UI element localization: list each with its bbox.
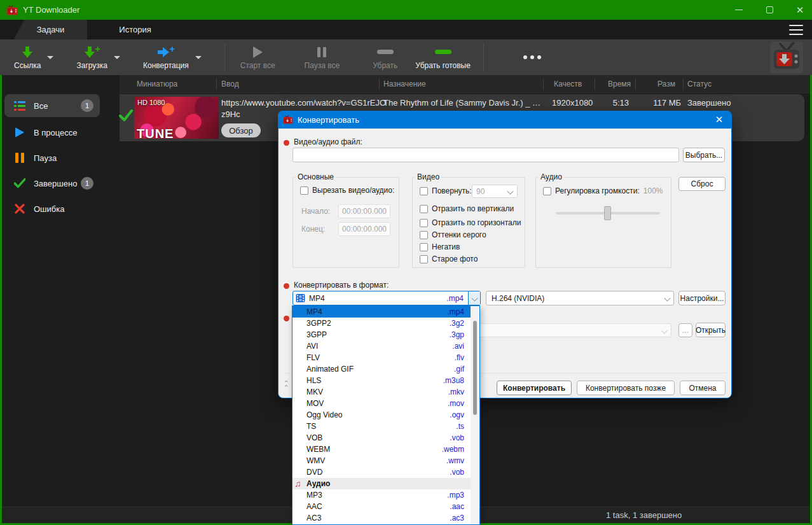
- open-folder-button[interactable]: Открыть: [696, 323, 726, 337]
- sidebar-item-all[interactable]: Все 1: [4, 94, 100, 117]
- column-status[interactable]: Статус: [687, 80, 712, 88]
- cancel-button[interactable]: Отмена: [680, 381, 726, 395]
- convert-confirm-button[interactable]: Конвертировать: [497, 381, 572, 395]
- checkbox-icon: [420, 231, 428, 239]
- convert-dropdown-icon[interactable]: [195, 56, 202, 59]
- column-thumbnail[interactable]: Миниатюра: [137, 80, 177, 88]
- sidebar-item-error[interactable]: Ошибка: [4, 197, 100, 220]
- start-label: Начало:: [301, 207, 330, 216]
- old-photo-checkbox[interactable]: Старое фото: [420, 255, 478, 263]
- maximize-button[interactable]: [762, 3, 776, 17]
- flip-horizontal-checkbox[interactable]: Отразить по горизонтали: [420, 218, 521, 227]
- download-plus-icon: +: [83, 45, 100, 59]
- tab-tasks[interactable]: Задачи: [14, 20, 87, 39]
- end-time-input[interactable]: 00:00:00.000: [338, 222, 390, 236]
- link-dropdown-icon[interactable]: [47, 56, 53, 59]
- column-size[interactable]: Разм: [657, 80, 675, 88]
- format-option[interactable]: AVI.avi: [292, 340, 479, 352]
- sidebar-item-in-progress[interactable]: В процессе: [4, 121, 100, 144]
- format-option[interactable]: AAC.aac: [292, 501, 479, 512]
- collapse-dialog-icon[interactable]: ⌃⌃: [281, 381, 291, 390]
- remove-button[interactable]: Убрать: [369, 41, 401, 74]
- checkbox-icon: [420, 187, 428, 195]
- destination-cell: The Rhythm of Life (Sammy Davis Jr.) _ S…: [383, 98, 542, 108]
- format-option[interactable]: Animated GIF.gif: [292, 363, 479, 375]
- time-cell: 5:13: [590, 98, 629, 108]
- volume-checkbox[interactable]: Регулировка громкости: 100%: [543, 186, 663, 195]
- reset-button[interactable]: Сброс: [678, 177, 726, 191]
- column-time[interactable]: Время: [608, 80, 631, 88]
- chevron-down-icon: [468, 291, 480, 305]
- column-destination[interactable]: Назначение: [383, 80, 426, 88]
- checkbox-icon: [543, 187, 551, 195]
- volume-slider-thumb[interactable]: [604, 206, 611, 220]
- app-logo-button[interactable]: [770, 41, 803, 73]
- checkbox-icon: [420, 243, 428, 251]
- start-all-button[interactable]: Старт все: [237, 41, 279, 74]
- title-bar: YT Downloader ✕: [0, 0, 812, 20]
- more-actions-button[interactable]: [520, 41, 545, 74]
- flip-vertical-checkbox[interactable]: Отразить по вертикали: [420, 204, 514, 213]
- format-option[interactable]: MP3.mp3: [292, 489, 479, 501]
- format-option[interactable]: WEBM.webm: [292, 444, 479, 455]
- dropdown-scrollbar[interactable]: [471, 306, 479, 525]
- file-input[interactable]: [292, 148, 679, 162]
- convert-arrow-icon: +: [157, 45, 175, 59]
- format-option[interactable]: AC3.ac3: [292, 512, 479, 524]
- format-option[interactable]: 3GPP.3gp: [292, 329, 479, 340]
- minimize-button[interactable]: [732, 3, 746, 17]
- add-link-button[interactable]: Ссылка: [10, 41, 45, 74]
- rotate-checkbox[interactable]: Повернуть:: [420, 186, 472, 195]
- play-icon: [13, 127, 26, 138]
- app-window: YT Downloader ✕ Задачи История Ссылка: [0, 0, 812, 525]
- format-option[interactable]: HLS.m3u8: [292, 375, 479, 386]
- codec-combobox[interactable]: H.264 (NVIDIA): [486, 291, 674, 305]
- format-option[interactable]: WMV.wmv: [292, 455, 479, 466]
- format-option[interactable]: FLV.flv: [292, 352, 479, 363]
- dialog-close-icon[interactable]: ✕: [713, 113, 726, 126]
- format-combobox[interactable]: MP4 .mp4: [292, 291, 481, 305]
- format-options-container: MP4.mp43GPP2.3g23GPP.3gpAVI.aviFLV.flvAn…: [292, 306, 479, 524]
- format-option[interactable]: MOV.mov: [292, 398, 479, 409]
- download-dropdown-icon[interactable]: [114, 56, 120, 59]
- count-badge: 1: [81, 177, 93, 190]
- checkbox-icon: [420, 255, 428, 263]
- rotate-select[interactable]: 90: [472, 185, 518, 198]
- pause-all-button[interactable]: Пауза все: [301, 41, 344, 74]
- review-button[interactable]: Обзор: [221, 123, 261, 137]
- check-icon: [13, 178, 26, 189]
- convert-later-button[interactable]: Конвертировать позже: [577, 381, 675, 395]
- sidebar-item-paused[interactable]: Пауза: [4, 146, 100, 169]
- table-header: Миниатюра Ввод Назначение Качеств Время …: [120, 75, 810, 94]
- format-option[interactable]: Ogg Video.ogv: [292, 409, 479, 421]
- row-status-check-icon: [119, 109, 133, 122]
- music-note-icon: ♫: [294, 479, 301, 489]
- format-option[interactable]: MP4.mp4: [292, 306, 479, 318]
- codec-settings-button[interactable]: Настройки...: [678, 291, 726, 305]
- grayscale-checkbox[interactable]: Оттенки серого: [420, 230, 486, 239]
- format-option[interactable]: VOB.vob: [292, 432, 479, 444]
- add-download-button[interactable]: + Загрузка: [72, 41, 111, 74]
- convert-button[interactable]: + Конвертация: [139, 41, 193, 74]
- cut-checkbox[interactable]: Вырезать видео/аудио:: [300, 186, 394, 195]
- start-time-input[interactable]: 00:00:00.000: [338, 204, 390, 218]
- format-option[interactable]: MKV.mkv: [292, 386, 479, 398]
- format-option[interactable]: DVD.vob: [292, 466, 479, 478]
- column-quality[interactable]: Качеств: [554, 80, 582, 88]
- required-marker: [284, 283, 289, 289]
- choose-file-button[interactable]: Выбрать...: [683, 148, 725, 162]
- end-label: Конец:: [301, 225, 325, 234]
- scrollbar-thumb[interactable]: [473, 321, 477, 415]
- tab-history[interactable]: История: [102, 20, 169, 39]
- format-option[interactable]: TS.ts: [292, 421, 479, 432]
- menu-icon[interactable]: [788, 24, 804, 36]
- sidebar-item-completed[interactable]: Завершено 1: [4, 172, 100, 195]
- column-input[interactable]: Ввод: [221, 80, 239, 88]
- browse-folder-button[interactable]: ...: [678, 323, 692, 337]
- x-icon: [13, 203, 26, 214]
- close-button[interactable]: ✕: [793, 3, 807, 17]
- format-option[interactable]: 3GPP2.3g2: [292, 318, 479, 329]
- remove-done-button[interactable]: Убрать готовые: [411, 41, 474, 74]
- negative-checkbox[interactable]: Негатив: [420, 242, 460, 251]
- app-title: YT Downloader: [23, 5, 79, 15]
